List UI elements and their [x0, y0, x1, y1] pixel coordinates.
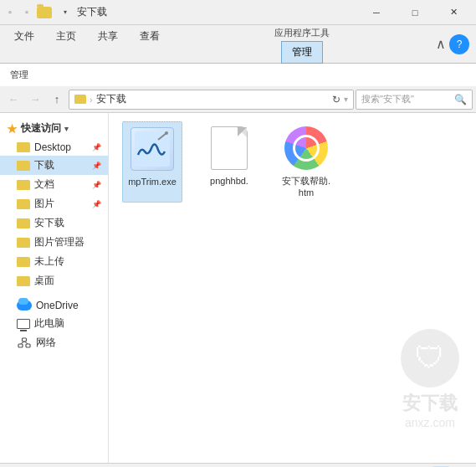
tab-home[interactable]: 主页 — [45, 25, 87, 63]
folder-icon-pictures — [17, 199, 30, 209]
ribbon: 文件 主页 共享 查看 应用程序工具 管理 ∧ ? 管理 — [0, 25, 476, 86]
pin-icon-pictures: 📌 — [92, 200, 101, 208]
file-item-help[interactable]: 安下载帮助.htm — [276, 121, 336, 203]
watermark-sub: anxz.com — [405, 416, 455, 429]
star-icon: ★ — [7, 122, 18, 136]
svg-rect-0 — [18, 344, 23, 347]
sidebar-item-pictures[interactable]: 图片 📌 — [0, 194, 108, 213]
sidebar-item-documents[interactable]: 文档 📌 — [0, 175, 108, 194]
ribbon-commands: 管理 — [0, 63, 476, 86]
title-bar-icons: ▫ ▫ ▾ — [3, 6, 72, 19]
exe-icon-mptrim — [131, 127, 174, 171]
refresh-button[interactable]: ↻ — [332, 94, 340, 105]
main-content: ★ 快速访问 ▾ Desktop 📌 下载 📌 文档 📌 图片 📌 安下载 — [0, 113, 476, 463]
search-placeholder: 搜索"安下载" — [361, 93, 451, 105]
address-bar[interactable]: › 安下载 ↻ ▾ — [69, 90, 354, 110]
minimize-button[interactable]: ─ — [357, 0, 396, 25]
pin-icon-documents: 📌 — [92, 181, 101, 189]
maximize-button[interactable]: □ — [396, 0, 434, 25]
tab-manage[interactable]: 管理 — [281, 41, 323, 64]
sidebar-item-network-label: 网络 — [36, 336, 56, 350]
sidebar-item-computer-label: 此电脑 — [34, 316, 64, 331]
tab-view[interactable]: 查看 — [129, 25, 171, 63]
title-folder-icon — [37, 7, 52, 18]
address-text: 安下载 — [96, 92, 329, 106]
sidebar-item-documents-label: 文档 — [34, 177, 54, 192]
title-icon-2: ▫ — [20, 6, 33, 19]
title-bar: ▫ ▫ ▾ 安下载 ─ □ ✕ — [0, 0, 476, 25]
close-button[interactable]: ✕ — [434, 0, 473, 25]
network-icon — [17, 337, 32, 349]
files-grid: mpTrim.exe pnghhbd. 安下载帮助.htm — [122, 121, 463, 203]
sidebar-quick-access-header[interactable]: ★ 快速访问 ▾ — [0, 118, 108, 139]
sidebar-item-anzaixia[interactable]: 安下载 — [0, 213, 108, 233]
sidebar-item-photo-manager[interactable]: 图片管理器 — [0, 233, 108, 252]
file-item-mptrim[interactable]: mpTrim.exe — [122, 121, 182, 203]
sidebar-item-downloads-label: 下载 — [34, 158, 54, 172]
svg-rect-5 — [135, 131, 170, 167]
title-icon-down: ▾ — [59, 6, 72, 19]
svg-line-3 — [21, 341, 25, 344]
file-label-mptrim: mpTrim.exe — [128, 176, 177, 187]
watermark-text: 安下载 — [402, 391, 458, 416]
generic-file-icon-pnghhbd — [211, 126, 248, 170]
file-label-help: 安下载帮助.htm — [279, 175, 333, 199]
ribbon-cmd-manage[interactable]: 管理 — [3, 66, 35, 84]
address-dropdown-icon[interactable]: ▾ — [344, 95, 348, 104]
sidebar-item-network[interactable]: 网络 — [0, 333, 108, 352]
sidebar-item-photo-manager-label: 图片管理器 — [34, 235, 84, 249]
sidebar: ★ 快速访问 ▾ Desktop 📌 下载 📌 文档 📌 图片 📌 安下载 — [0, 113, 109, 463]
sidebar-item-desktop2-label: 桌面 — [34, 274, 54, 288]
folder-icon-unuploaded — [17, 257, 30, 267]
address-arrow: › — [90, 95, 93, 105]
file-icon-wrap-mptrim — [129, 126, 176, 172]
tab-share[interactable]: 共享 — [87, 25, 129, 63]
file-item-pnghhbd[interactable]: pnghhbd. — [199, 121, 259, 203]
file-label-pnghhbd: pnghhbd. — [210, 175, 248, 187]
nav-bar: ← → ↑ › 安下载 ↻ ▾ 搜索"安下载" 🔍 — [0, 86, 476, 113]
svg-rect-2 — [23, 338, 27, 341]
status-bar: 3 个项目 选中 1 个项目 1.04 MB — [0, 463, 476, 467]
sidebar-item-desktop-label: Desktop — [34, 141, 71, 153]
sidebar-item-unuploaded-label: 未上传 — [34, 254, 64, 269]
svg-rect-1 — [26, 344, 30, 347]
address-folder-icon — [74, 95, 86, 104]
tab-file[interactable]: 文件 — [3, 25, 45, 63]
sidebar-item-pictures-label: 图片 — [34, 197, 54, 211]
title-label: 安下载 — [77, 5, 357, 19]
colorful-icon-inner — [293, 135, 320, 162]
forward-button[interactable]: → — [25, 90, 45, 110]
search-bar[interactable]: 搜索"安下载" 🔍 — [356, 90, 473, 110]
watermark-shield-icon: 🛡 — [401, 329, 459, 387]
sidebar-item-desktop[interactable]: Desktop 📌 — [0, 139, 108, 156]
file-icon-wrap-help — [283, 125, 330, 172]
folder-icon-anzaixia — [17, 218, 30, 228]
sidebar-item-onedrive[interactable]: OneDrive — [0, 297, 108, 314]
search-icon[interactable]: 🔍 — [454, 94, 467, 105]
sidebar-item-desktop2[interactable]: 桌面 — [0, 271, 108, 290]
sidebar-item-unuploaded[interactable]: 未上传 — [0, 252, 108, 271]
title-icon-1: ▫ — [3, 6, 17, 19]
title-bar-controls: ─ □ ✕ — [357, 0, 473, 25]
file-area: mpTrim.exe pnghhbd. 安下载帮助.htm — [109, 113, 476, 463]
sidebar-item-anzaixia-label: 安下载 — [34, 216, 64, 230]
sidebar-item-computer[interactable]: 此电脑 — [0, 314, 108, 333]
ribbon-tab-bar: 文件 主页 共享 查看 应用程序工具 管理 ∧ ? — [0, 25, 476, 63]
svg-point-7 — [165, 131, 168, 135]
quick-access-chevron: ▾ — [64, 125, 69, 133]
app-tools-label: 应用程序工具 — [274, 25, 330, 41]
back-button[interactable]: ← — [3, 90, 23, 110]
colorful-icon-help — [284, 126, 328, 170]
ribbon-expand-button[interactable]: ∧ — [432, 36, 449, 53]
folder-icon-photo-manager — [17, 238, 30, 248]
watermark: 🛡 安下载 anxz.com — [401, 329, 459, 429]
folder-icon-downloads — [17, 161, 30, 171]
sidebar-item-downloads[interactable]: 下载 📌 — [0, 156, 108, 175]
pin-icon-desktop: 📌 — [92, 143, 101, 151]
up-button[interactable]: ↑ — [47, 90, 67, 110]
help-button[interactable]: ? — [449, 34, 469, 54]
onedrive-icon — [17, 300, 32, 310]
quick-access-label: 快速访问 — [21, 121, 61, 136]
folder-icon-desktop — [17, 142, 30, 152]
sidebar-item-onedrive-label: OneDrive — [36, 300, 79, 311]
